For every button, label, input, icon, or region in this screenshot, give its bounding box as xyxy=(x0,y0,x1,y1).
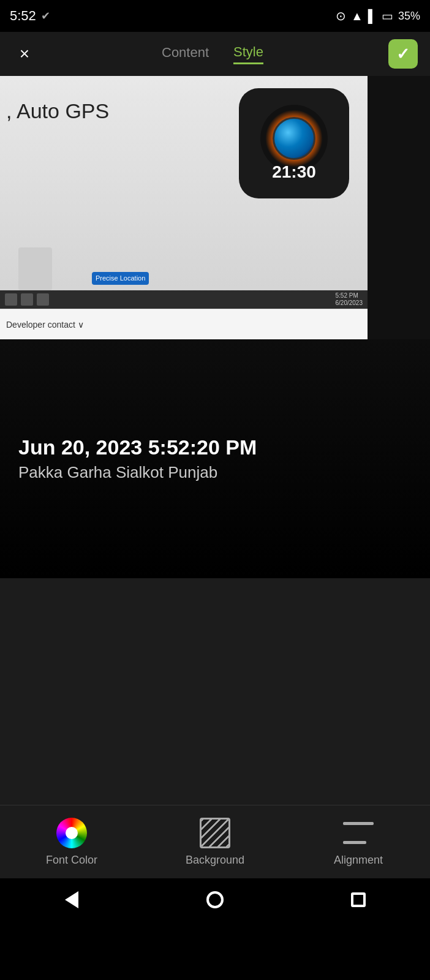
status-right: ⊙ ▲ ▌ ▭ 35% xyxy=(336,9,420,23)
battery-percentage: 35% xyxy=(398,10,420,23)
location-icon: ⊙ xyxy=(336,9,346,23)
background-tool[interactable]: Background xyxy=(144,817,286,867)
android-nav-bar xyxy=(0,878,430,921)
dark-right-panel xyxy=(368,76,430,339)
home-button[interactable] xyxy=(203,888,227,912)
tab-style[interactable]: Style xyxy=(233,44,263,64)
taskbar-item-2 xyxy=(21,293,33,306)
screenshot-bottom-bar: Developer contact ∨ xyxy=(0,309,368,339)
app-icon: 21:30 xyxy=(239,88,349,198)
status-check-icon: ✔ xyxy=(41,9,50,23)
preview-area: , Auto GPS 21:30 n your family. Learn mo… xyxy=(0,76,430,578)
signal-icon: ▌ xyxy=(368,9,377,23)
bottom-toolbar: Font Color Background Alignment xyxy=(0,805,430,878)
status-time-group: 5:52 ✔ xyxy=(10,8,50,24)
wifi-icon: ▲ xyxy=(351,9,363,23)
alignment-tool[interactable]: Alignment xyxy=(287,817,429,867)
hatch-pattern-icon xyxy=(200,818,230,848)
overlay-date: Jun 20, 2023 5:52:20 PM xyxy=(18,435,412,459)
background-icon xyxy=(199,817,231,849)
taskbar-item-3 xyxy=(37,293,49,306)
taskbar-item-1 xyxy=(5,293,17,306)
overlay-location: Pakka Garha Sialkot Punjab xyxy=(18,463,412,482)
color-wheel-icon xyxy=(56,818,87,848)
nav-tabs: Content Style xyxy=(162,44,263,64)
confirm-button[interactable]: ✓ xyxy=(388,39,418,69)
screenshot-content: , Auto GPS 21:30 n your family. Learn mo… xyxy=(0,76,368,339)
recents-button[interactable] xyxy=(346,888,371,912)
status-bar: 5:52 ✔ ⊙ ▲ ▌ ▭ 35% xyxy=(0,0,430,32)
back-icon xyxy=(65,891,78,908)
font-color-label: Font Color xyxy=(46,854,97,867)
panel-area xyxy=(0,578,430,805)
app-time-display: 21:30 xyxy=(272,162,316,182)
home-icon xyxy=(206,891,224,908)
font-color-tool[interactable]: Font Color xyxy=(1,817,143,867)
battery-icon: ▭ xyxy=(382,9,393,23)
background-label: Background xyxy=(186,854,244,867)
alignment-icon xyxy=(342,817,374,849)
taskbar: 5:52 PM6/20/2023 xyxy=(0,290,368,309)
align-line-1 xyxy=(343,822,374,825)
taskbar-time: 5:52 PM6/20/2023 xyxy=(336,292,363,307)
time-display: 5:52 xyxy=(10,8,36,24)
app-thumbnail xyxy=(18,247,52,290)
screenshot-title: , Auto GPS xyxy=(6,99,109,123)
font-color-icon xyxy=(56,817,88,849)
check-icon: ✓ xyxy=(396,45,410,64)
align-lines-icon xyxy=(343,822,374,844)
recents-icon xyxy=(351,892,366,907)
app-icon-container: 21:30 xyxy=(239,88,349,198)
tab-content[interactable]: Content xyxy=(162,45,209,63)
preview-overlay: Jun 20, 2023 5:52:20 PM Pakka Garha Sial… xyxy=(0,339,430,578)
nav-bar: × Content Style ✓ xyxy=(0,32,430,76)
precise-location-chip: Precise Location xyxy=(92,272,149,285)
dev-contact-text: Developer contact ∨ xyxy=(6,320,84,330)
align-line-2 xyxy=(343,841,366,844)
close-button[interactable]: × xyxy=(12,42,37,66)
camera-ring-inner xyxy=(273,117,315,160)
alignment-label: Alignment xyxy=(334,854,383,867)
back-button[interactable] xyxy=(59,888,84,912)
